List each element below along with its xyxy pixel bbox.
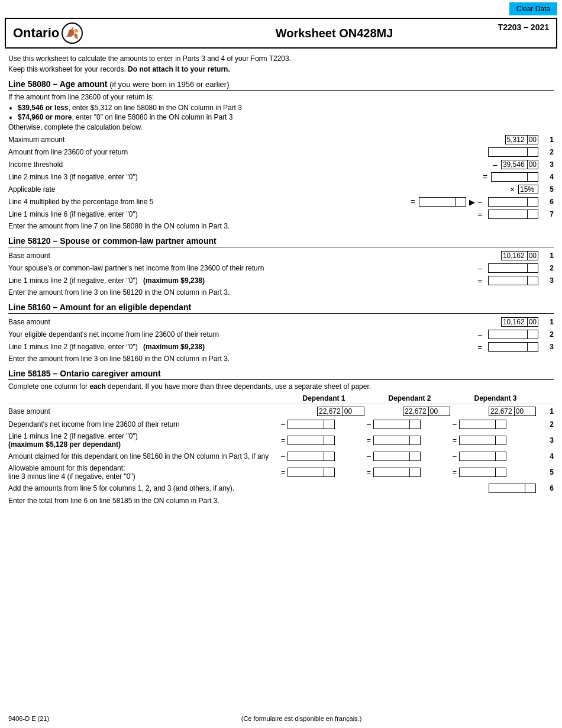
line3-58120-input[interactable]	[488, 276, 538, 285]
line-num-2: 2	[541, 264, 554, 272]
operator-eq: =	[407, 197, 419, 207]
line-num-2: 2	[541, 148, 554, 156]
dep3-row3: =	[453, 436, 538, 445]
dep2-row5: =	[367, 468, 453, 477]
section-58080-heading: Line 58080 – Age amount (if you were bor…	[8, 79, 554, 91]
arrow-icon: ▶	[469, 198, 476, 207]
dep3-row2: –	[453, 420, 538, 429]
dep-row-label: Allowable amount for this dependant:line…	[8, 464, 281, 481]
row-label: Line 4 multiplied by the percentage from…	[8, 198, 407, 206]
line-note-58120: Enter the amount from line 3 on line 581…	[8, 288, 554, 297]
line-num-1: 1	[541, 318, 554, 326]
row-label: Maximum amount	[8, 136, 418, 144]
dep1-row2: –	[281, 420, 367, 429]
dep1-header: Dependant 1	[281, 394, 367, 402]
row-58120-2: Your spouse's or common-law partner's ne…	[8, 262, 554, 274]
dep-linenum-5: 5	[538, 468, 554, 476]
line-note-58160: Enter the amount from line 3 on line 581…	[8, 355, 554, 363]
bullet-list-58080: $39,546 or less, enter $5,312 on line 58…	[18, 104, 554, 121]
row-58160-2: Your eligible dependant's net income fro…	[8, 328, 554, 340]
row-58160-1: Base amount 10,16200 1	[8, 316, 554, 328]
operator-times: ×	[506, 185, 518, 194]
row-58160-3: Line 1 minus line 2 (if negative, enter …	[8, 341, 554, 353]
row-label: Your eligible dependant's net income fro…	[8, 330, 478, 339]
bullet-2: $74,960 or more, enter "0" on line 58080…	[18, 113, 554, 121]
line2-58120-input[interactable]	[488, 263, 538, 273]
row-label: Base amount	[8, 252, 461, 260]
dep-row-1: Base amount 22,67200 22,67200 22,67200 1	[8, 404, 554, 417]
intro-line1: Use this worksheet to calculate the amou…	[8, 54, 554, 63]
line2-58160-input[interactable]	[488, 330, 538, 339]
dep2-header: Dependant 2	[367, 394, 453, 402]
row-label: Applicable rate	[8, 185, 506, 194]
dep-row-6: Add the amounts from line 5 for columns …	[8, 482, 554, 495]
max-note: (maximum $9,238)	[143, 276, 205, 285]
intro-line2: Keep this worksheet for your records. Do…	[8, 65, 554, 73]
line-num-6: 6	[541, 198, 554, 206]
worksheet-title: Worksheet ON428MJ	[119, 27, 549, 40]
line-num-3: 3	[541, 160, 554, 169]
row-58120-3: Line 1 minus line 2 (if negative, enter …	[8, 275, 554, 286]
line4-input[interactable]	[491, 172, 538, 182]
line3-58160-input[interactable]	[488, 342, 538, 352]
58185-intro: Complete one column for each dependant. …	[8, 382, 554, 391]
row-label: Line 1 minus line 2 (if negative, enter …	[8, 343, 477, 351]
dep1-row3: =	[281, 436, 367, 445]
income-threshold: 39,54600	[501, 160, 538, 169]
ontario-text: Ontario	[13, 25, 59, 41]
applicable-rate: 15%	[518, 185, 538, 194]
line2-input[interactable]	[488, 147, 538, 157]
line6-inner-input[interactable]	[419, 197, 466, 207]
line-num-5: 5	[541, 185, 554, 194]
footer-center: (Ce formulaire est disponible en françai…	[241, 715, 362, 722]
row-label: Amount from line 23600 of your return	[8, 148, 397, 156]
bullet-1: $39,546 or less, enter $5,312 on line 58…	[18, 104, 554, 112]
row-label: Income threshold	[8, 160, 489, 169]
line-num-7: 7	[541, 210, 554, 218]
dep-row-label: Line 1 minus line 2 (if negative, enter …	[8, 432, 281, 449]
clear-data-button[interactable]: Clear Data	[509, 2, 557, 15]
dep3-header: Dependant 3	[453, 394, 538, 402]
line7-input[interactable]	[488, 210, 538, 219]
section-58160-heading: Line 58160 – Amount for an eligible depe…	[8, 302, 554, 314]
row-label: Line 2 minus line 3 (if negative, enter …	[8, 173, 479, 181]
dep3-row5: =	[453, 468, 538, 477]
line-num-1: 1	[541, 136, 554, 144]
form-number: T2203 – 2021	[498, 22, 549, 32]
base-amount-58160: 10,16200	[501, 317, 538, 327]
line-num-1: 1	[541, 252, 554, 260]
row-58080-2: Amount from line 23600 of your return 2	[8, 146, 554, 158]
dep-row-label: Dependant's net income from line 23600 o…	[8, 420, 281, 429]
dep-row-2: Dependant's net income from line 23600 o…	[8, 418, 554, 431]
otherwise-text: Otherwise, complete the calculation belo…	[8, 123, 554, 131]
trillium-icon: 🍂	[62, 22, 83, 44]
dep2-row3: =	[367, 436, 453, 445]
dep2-row2: –	[367, 420, 453, 429]
dep1-base: 22,67200	[281, 407, 367, 416]
dep3-row4: –	[453, 452, 538, 461]
row-label: Line 1 minus line 2 (if negative, enter …	[8, 276, 477, 285]
operator-minus-outer: –	[478, 198, 482, 207]
page-footer: 9406-D E (21) (Ce formulaire est disponi…	[8, 715, 554, 722]
line-num-4: 4	[541, 173, 554, 181]
line6-outer-input[interactable]	[488, 197, 538, 207]
page-header: Ontario 🍂 Worksheet ON428MJ T2203 – 2021	[5, 18, 557, 49]
dep-row-label: Base amount	[8, 407, 281, 415]
operator-eq: =	[477, 276, 482, 285]
operator-minus: –	[478, 264, 482, 273]
dep-linenum-4: 4	[538, 452, 554, 460]
dep-linenum-3: 3	[538, 436, 554, 444]
condition-label: If the amount from line 23600 of your re…	[8, 93, 554, 101]
line-num-3: 3	[541, 343, 554, 351]
dep1-row4: –	[281, 452, 367, 461]
operator-minus: –	[489, 160, 501, 169]
row-label: Line 1 minus line 6 (if negative, enter …	[8, 210, 383, 218]
line-note-58185: Enter the total from line 6 on line 5818…	[8, 497, 554, 505]
row-label: Your spouse's or common-law partner's ne…	[8, 264, 478, 272]
dep2-row4: –	[367, 452, 453, 461]
row-58080-6: Line 4 multiplied by the percentage from…	[8, 196, 554, 208]
operator-eq: =	[479, 172, 491, 182]
row-58120-1: Base amount 10,16200 1	[8, 250, 554, 262]
ontario-logo: Ontario 🍂	[13, 22, 119, 44]
line-note-58080: Enter the amount from line 7 on line 580…	[8, 222, 554, 230]
